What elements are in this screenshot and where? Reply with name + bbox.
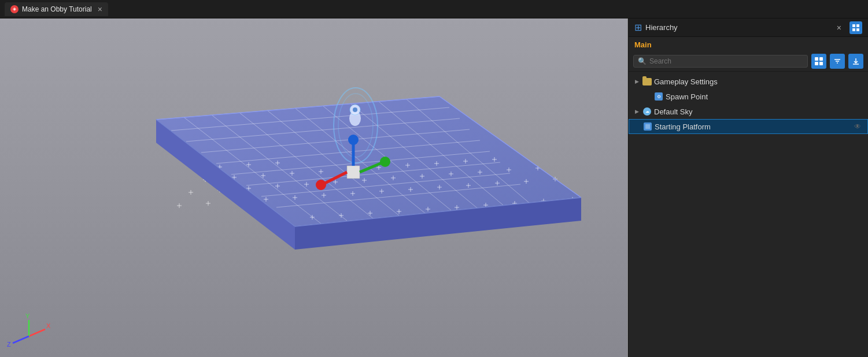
svg-text:Z: Z — [7, 341, 11, 348]
filter-button[interactable] — [830, 54, 845, 69]
gameplay-settings-icon — [642, 77, 652, 86]
editor-tab[interactable]: ◈ Make an Obby Tutorial × — [5, 2, 108, 16]
hierarchy-list: ▶ Gameplay Settings 👁 ▶ ⚙ Spawn Point 👁 … — [629, 72, 868, 357]
insert-obj-icon — [815, 57, 823, 65]
right-panel: ⊞ Hierarchy × Main 🔍 — [628, 18, 868, 357]
scene-canvas: X Y Z — [0, 18, 628, 357]
svg-point-139 — [348, 135, 359, 145]
hierarchy-icon: ⊞ — [634, 22, 642, 33]
hierarchy-item-default-sky[interactable]: ▶ ☁ Default Sky 👁 — [629, 104, 868, 119]
default-sky-icon: ☁ — [642, 107, 652, 116]
svg-text:Y: Y — [25, 313, 30, 319]
tab-label: Make an Obby Tutorial — [22, 5, 92, 13]
svg-rect-153 — [856, 28, 859, 31]
search-input-wrap[interactable]: 🔍 — [633, 55, 808, 68]
svg-rect-157 — [819, 62, 823, 65]
main-layout: X Y Z ⊞ Hierarchy × — [0, 18, 868, 357]
tab-close-button[interactable]: × — [98, 5, 102, 14]
insert-button[interactable] — [849, 21, 862, 34]
starting-platform-label: Starting Platform — [655, 122, 850, 131]
svg-rect-154 — [815, 57, 818, 61]
default-sky-label: Default Sky — [654, 107, 851, 116]
starting-platform-icon — [643, 122, 652, 131]
insert-object-button[interactable] — [811, 54, 826, 69]
svg-rect-151 — [856, 24, 859, 27]
svg-rect-150 — [852, 24, 855, 27]
tab-icon: ◈ — [10, 5, 19, 13]
panel-header: ⊞ Hierarchy × — [629, 18, 868, 37]
viewport[interactable]: X Y Z — [0, 18, 628, 357]
svg-rect-137 — [347, 166, 360, 178]
top-bar: ◈ Make an Obby Tutorial × — [0, 0, 868, 18]
svg-rect-152 — [852, 28, 855, 31]
hierarchy-item-starting-platform[interactable]: ▶ Starting Platform 👁 — [629, 119, 868, 134]
expand-arrow-gameplay: ▶ — [633, 78, 640, 85]
svg-rect-156 — [815, 62, 818, 65]
eye-icon-platform[interactable]: 👁 — [852, 121, 863, 132]
svg-point-136 — [353, 107, 357, 112]
svg-text:X: X — [46, 322, 51, 329]
panel-close-button[interactable]: × — [837, 23, 841, 32]
search-icon: 🔍 — [638, 57, 647, 65]
gameplay-settings-label: Gameplay Settings — [654, 77, 851, 86]
svg-point-141 — [380, 157, 390, 167]
svg-point-143 — [316, 180, 326, 190]
spawn-point-label: Spawn Point — [666, 92, 851, 101]
main-label: Main — [629, 37, 868, 51]
download-button[interactable] — [848, 54, 863, 69]
download-icon — [852, 57, 860, 65]
spawn-point-icon: ⚙ — [654, 92, 663, 101]
panel-title: Hierarchy — [645, 23, 833, 32]
insert-icon — [852, 24, 860, 32]
hierarchy-item-spawn-point[interactable]: ▶ ⚙ Spawn Point 👁 — [629, 89, 868, 104]
svg-rect-155 — [819, 57, 823, 61]
search-input[interactable] — [649, 57, 803, 65]
filter-icon — [833, 57, 841, 65]
hierarchy-item-gameplay-settings[interactable]: ▶ Gameplay Settings 👁 — [629, 74, 868, 89]
expand-arrow-sky: ▶ — [633, 108, 640, 115]
search-bar: 🔍 — [629, 51, 868, 72]
